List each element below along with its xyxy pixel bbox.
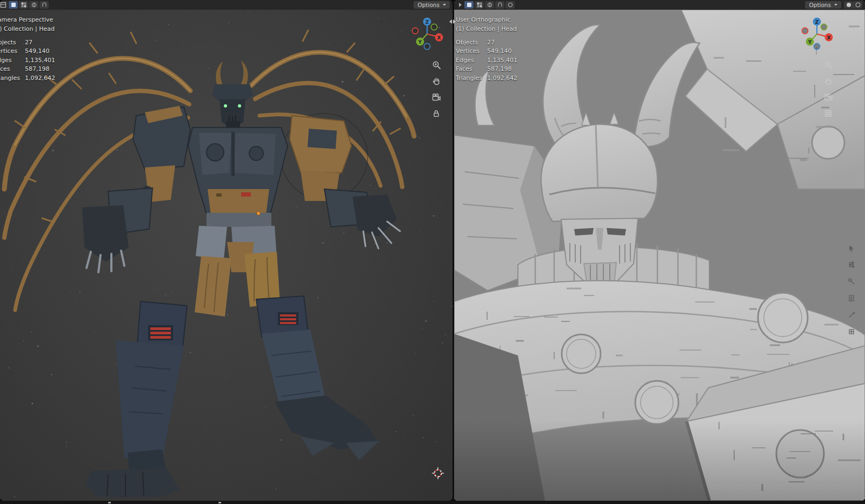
- bottom-editor-edge: [0, 501, 865, 504]
- menu-expand-icon[interactable]: [457, 1, 463, 9]
- options-label: Options: [417, 2, 440, 8]
- chevron-down-icon: [443, 4, 446, 6]
- zoom-icon[interactable]: [822, 58, 835, 71]
- grid-glyph-icon: [477, 2, 482, 8]
- sphere-glyph-icon: [846, 2, 851, 8]
- chevron-down-icon: [834, 4, 837, 6]
- viewport-3d-left[interactable]: Options: [0, 0, 453, 501]
- axis-z-neg-icon: [424, 43, 430, 49]
- axis-x-neg-icon: [412, 28, 418, 33]
- grid-glyph-icon: [21, 2, 26, 8]
- options-button-right[interactable]: Options: [805, 1, 841, 9]
- header-icon-group-right: [457, 1, 515, 9]
- svg-text:X: X: [437, 35, 441, 41]
- chevron-left-icon: [449, 19, 452, 24]
- magnet-glyph-icon: [497, 2, 503, 8]
- axis-glyph-icon: [487, 2, 493, 8]
- bottom-shade: [454, 420, 865, 501]
- cube-glyph-icon: [11, 2, 16, 8]
- viewport-resize-handle[interactable]: [447, 18, 458, 25]
- view-mode-icon[interactable]: [464, 1, 474, 9]
- origin-dot: [257, 212, 260, 215]
- gizmo-toggle-icon[interactable]: [29, 1, 38, 9]
- hatch-circle: [758, 293, 808, 342]
- overlay-toggle-icon[interactable]: [19, 1, 28, 9]
- gizmo-toggle-icon[interactable]: [485, 1, 494, 9]
- svg-text:Y: Y: [808, 39, 812, 45]
- svg-text:Z: Z: [815, 19, 819, 25]
- cursor-tool-icon[interactable]: [848, 244, 855, 252]
- grid-glyph-icon: [1, 2, 6, 8]
- camera-view-icon[interactable]: [822, 91, 835, 104]
- navigation-gizmo[interactable]: Z X Y: [799, 16, 835, 53]
- viewport-3d-right[interactable]: Options: [454, 0, 865, 501]
- edge-marker: [218, 502, 221, 503]
- 3d-render-view-left[interactable]: [0, 10, 453, 501]
- viewport-border[interactable]: [453, 0, 454, 501]
- pan-hand-icon[interactable]: [430, 75, 443, 88]
- options-button-left[interactable]: Options: [414, 1, 450, 9]
- viewport-nav-buttons-right: [822, 58, 835, 120]
- sphere-glyph-icon: [855, 2, 861, 8]
- cube-glyph-icon: [467, 2, 472, 8]
- blender-window: Options: [0, 0, 865, 504]
- 3d-cursor-icon: [432, 467, 444, 479]
- viewport-nav-buttons-left: [430, 58, 443, 120]
- shading-rendered-icon[interactable]: [853, 1, 862, 9]
- snapping-icon[interactable]: [39, 1, 49, 9]
- 3d-render-view-right[interactable]: [454, 10, 865, 501]
- svg-text:Y: Y: [418, 39, 422, 45]
- header-icon-group-left: [3, 1, 49, 9]
- camera-view-icon[interactable]: [430, 91, 443, 104]
- magnet-glyph-icon: [42, 2, 47, 8]
- shading-solid-icon[interactable]: [844, 1, 853, 9]
- navigation-gizmo[interactable]: Z X Y: [409, 16, 445, 53]
- chevron-right-icon: [453, 19, 456, 24]
- snapping-icon[interactable]: [495, 1, 504, 9]
- circle-glyph-icon: [508, 2, 513, 8]
- axis-z-neg-icon: [814, 43, 820, 49]
- svg-text:X: X: [827, 35, 831, 41]
- viewport-header-left: Options: [0, 0, 453, 10]
- viewport-header-right: Options: [454, 0, 865, 10]
- hatch-circle: [562, 334, 601, 373]
- wrench-icon[interactable]: [848, 278, 855, 285]
- hatch-circle: [635, 381, 678, 424]
- pan-hand-icon[interactable]: [822, 75, 835, 88]
- svg-text:Z: Z: [425, 19, 429, 25]
- zoom-icon[interactable]: [430, 58, 443, 71]
- sidebar-tab-strip: [848, 244, 855, 335]
- axis-y-neg-icon: [821, 24, 827, 30]
- edge-marker: [108, 502, 111, 503]
- axis-y-neg-icon: [431, 24, 437, 30]
- orthographic-grid-icon[interactable]: [822, 107, 835, 120]
- document-icon[interactable]: [848, 294, 855, 302]
- lock-camera-icon[interactable]: [430, 107, 443, 120]
- axis-x-neg-icon: [802, 28, 808, 33]
- robot-render: [82, 61, 400, 497]
- box-icon[interactable]: [848, 328, 855, 335]
- editor-type-icon[interactable]: [0, 1, 8, 9]
- overlay-toggle-icon[interactable]: [475, 1, 484, 9]
- proportional-edit-icon[interactable]: [505, 1, 515, 9]
- sliders-icon[interactable]: [848, 261, 855, 268]
- view-mode-icon[interactable]: [9, 1, 18, 9]
- brush-icon[interactable]: [848, 311, 855, 319]
- options-label: Options: [809, 2, 831, 8]
- axis-glyph-icon: [31, 2, 37, 8]
